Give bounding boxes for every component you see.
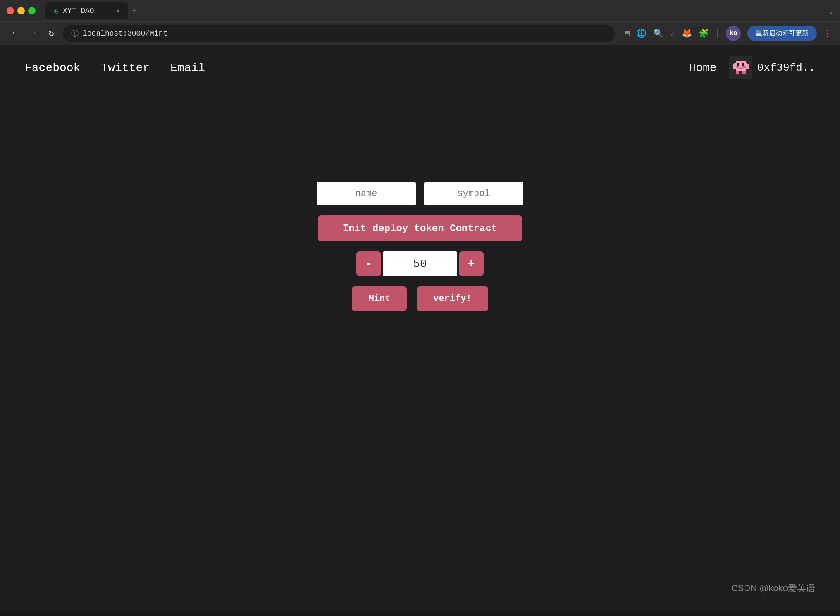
browser-addressbar: ← → ↻ ⓘ localhost:3000/Mint ⬒ 🌐 🔍 ☆ 🦊 🧩 …: [0, 21, 840, 45]
svg-rect-9: [736, 71, 739, 74]
input-row: [317, 182, 523, 205]
nav-bar: Facebook Twitter Email Home: [0, 45, 840, 91]
back-button[interactable]: ←: [8, 28, 21, 38]
profile-button[interactable]: ko: [726, 26, 741, 41]
nav-links-left: Facebook Twitter Email: [25, 62, 205, 74]
wallet-info: 0xf39fd..: [729, 56, 815, 79]
name-input[interactable]: [317, 182, 416, 205]
new-tab-button[interactable]: +: [131, 6, 137, 16]
nav-home[interactable]: Home: [689, 62, 716, 74]
svg-rect-7: [742, 66, 746, 68]
address-text: localhost:3000/Mint: [83, 29, 167, 38]
address-bar[interactable]: ⓘ localhost:3000/Mint: [63, 25, 615, 42]
zoom-icon[interactable]: 🔍: [653, 28, 663, 38]
mint-button[interactable]: Mint: [352, 286, 407, 311]
nav-email[interactable]: Email: [170, 62, 205, 74]
tab-bar: ⚛ XYT DAO ✕ + ⌄: [45, 2, 833, 19]
deploy-button[interactable]: Init deploy token Contract: [318, 215, 522, 241]
wallet-avatar: [729, 56, 752, 79]
extension-fox-icon[interactable]: 🦊: [682, 28, 692, 38]
toolbar-icons: ⬒ 🌐 🔍 ☆ 🦊 🧩 ko 重新启动即可更新 ⋮: [625, 26, 832, 41]
increment-button[interactable]: +: [459, 251, 484, 276]
verify-button[interactable]: verify!: [417, 286, 488, 311]
watermark-text: CSDN @koko爱英语: [731, 583, 815, 593]
traffic-lights: [7, 7, 36, 14]
counter-value: 50: [413, 258, 427, 270]
svg-rect-4: [737, 63, 739, 66]
decrement-button[interactable]: -: [356, 251, 381, 276]
svg-rect-5: [742, 63, 744, 66]
svg-rect-11: [733, 66, 736, 69]
translate-icon[interactable]: 🌐: [636, 28, 647, 38]
svg-rect-12: [746, 66, 749, 69]
browser-chrome: ⚛ XYT DAO ✕ + ⌄ ← → ↻ ⓘ localhost:3000/M…: [0, 0, 840, 45]
counter-row: - 50 +: [356, 251, 484, 276]
browser-titlebar: ⚛ XYT DAO ✕ + ⌄: [0, 0, 840, 21]
toolbar-separator: [717, 29, 718, 38]
more-options-button[interactable]: ⋮: [823, 28, 832, 38]
nav-facebook[interactable]: Facebook: [25, 62, 80, 74]
forward-button[interactable]: →: [26, 28, 40, 38]
update-button[interactable]: 重新启动即可更新: [747, 26, 817, 41]
tab-react-icon: ⚛: [54, 6, 59, 16]
profile-label: ko: [729, 30, 737, 37]
reload-button[interactable]: ↻: [45, 28, 58, 39]
svg-rect-10: [742, 71, 746, 74]
svg-rect-8: [739, 68, 742, 69]
star-icon[interactable]: ☆: [670, 28, 675, 38]
nav-links-right: Home: [689, 56, 815, 79]
action-row: Mint verify!: [352, 286, 488, 311]
close-button[interactable]: [7, 7, 14, 14]
update-label: 重新启动即可更新: [756, 30, 809, 37]
nav-twitter[interactable]: Twitter: [101, 62, 150, 74]
active-tab[interactable]: ⚛ XYT DAO ✕: [45, 2, 128, 19]
address-info-icon: ⓘ: [71, 29, 79, 38]
minimize-button[interactable]: [17, 7, 25, 14]
maximize-button[interactable]: [28, 7, 36, 14]
tab-close-icon[interactable]: ✕: [116, 7, 120, 15]
main-content: Init deploy token Contract - 50 + Mint v…: [0, 91, 840, 311]
cast-icon[interactable]: ⬒: [625, 28, 630, 38]
wallet-address[interactable]: 0xf39fd..: [757, 62, 815, 74]
svg-rect-6: [736, 66, 739, 68]
extension-puzzle-icon[interactable]: 🧩: [699, 28, 709, 38]
tab-title: XYT DAO: [63, 7, 94, 15]
symbol-input[interactable]: [424, 182, 523, 205]
counter-display: 50: [383, 251, 457, 276]
tab-expand-icon[interactable]: ⌄: [829, 6, 833, 15]
watermark: CSDN @koko爱英语: [731, 582, 815, 595]
kirby-icon: [729, 56, 752, 79]
page-content: Facebook Twitter Email Home: [0, 45, 840, 611]
